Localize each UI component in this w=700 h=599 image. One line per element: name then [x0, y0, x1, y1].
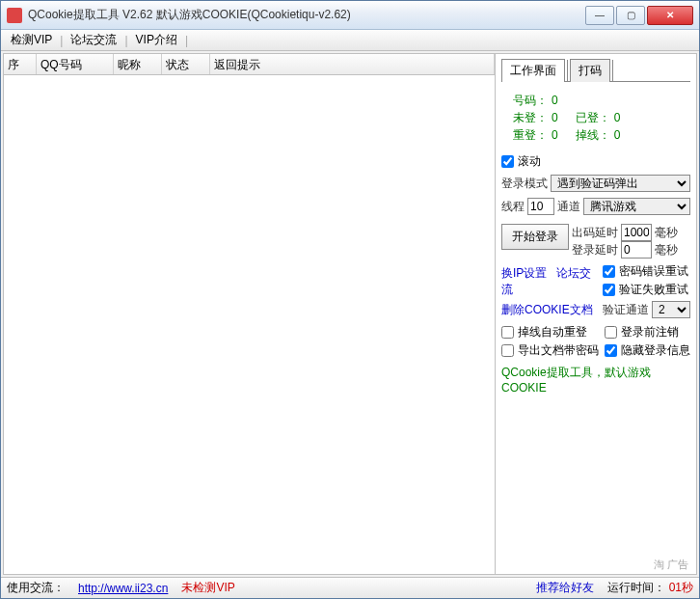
table-area: 序 QQ号码 昵称 状态 返回提示	[4, 54, 496, 574]
thread-channel-row: 线程 通道 腾讯游戏	[501, 198, 690, 215]
runtime-value: 01秒	[669, 581, 693, 594]
out-delay-label: 出码延时	[572, 225, 618, 241]
col-nick[interactable]: 昵称	[114, 54, 162, 74]
thread-input[interactable]	[527, 198, 554, 215]
login-delay-input[interactable]	[621, 241, 652, 259]
login-mode-select[interactable]: 遇到验证码弹出	[551, 175, 690, 192]
scroll-checkbox-row: 滚动	[501, 153, 690, 170]
tab-work[interactable]: 工作界面	[501, 59, 565, 82]
status-use-label: 使用交流：	[7, 580, 65, 596]
stat-yideng-label: 已登：	[576, 109, 614, 126]
verify-retry-checkbox[interactable]	[603, 284, 615, 296]
stat-yideng-value: 0	[614, 109, 621, 126]
status-runtime: 运行时间：01秒	[607, 580, 693, 596]
menubar: 检测VIP | 论坛交流 | VIP介绍 |	[1, 30, 699, 51]
app-icon	[7, 8, 22, 23]
links-row: 换IP设置 论坛交流	[501, 265, 599, 298]
pwd-retry-checkbox[interactable]	[603, 265, 615, 278]
statusbar: 使用交流： http://www.ii23.cn 未检测VIP 推荐给好友 运行…	[1, 577, 699, 598]
status-url[interactable]: http://www.ii23.cn	[78, 582, 168, 595]
login-mode-label: 登录模式	[501, 176, 548, 192]
stat-chongdeng-value: 0	[552, 126, 558, 144]
hide-login-checkbox[interactable]	[605, 344, 617, 357]
stat-diaoxian-label: 掉线：	[576, 126, 614, 144]
channel-select[interactable]: 腾讯游戏	[583, 198, 690, 215]
col-qq[interactable]: QQ号码	[37, 54, 114, 74]
tab-separator	[612, 60, 613, 81]
menu-detect-vip[interactable]: 检测VIP	[5, 30, 58, 50]
col-seq[interactable]: 序	[4, 54, 37, 74]
menu-vip-intro[interactable]: VIP介绍	[130, 30, 183, 50]
window-title: QCookie提取工具 V2.62 默认游戏COOKIE(QCookietiqu…	[28, 7, 585, 23]
stats-block: 号码： 0 未登： 0 已登： 0 重登： 0 掉线： 0	[501, 90, 690, 151]
link-change-ip[interactable]: 换IP设置	[501, 266, 547, 280]
tabs: 工作界面 打码	[501, 58, 690, 82]
maximize-button[interactable]: ▢	[616, 6, 645, 25]
verify-retry-label: 验证失败重试	[619, 282, 688, 298]
ms-label: 毫秒	[655, 242, 678, 259]
verify-channel-select[interactable]: 2	[652, 301, 690, 318]
scroll-checkbox[interactable]	[501, 155, 514, 168]
thread-label: 线程	[501, 199, 525, 215]
side-panel: 工作界面 打码 号码： 0 未登： 0 已登： 0 重登： 0	[496, 54, 696, 574]
menu-separator: |	[185, 34, 188, 47]
menu-separator: |	[124, 34, 127, 47]
drop-relogin-label: 掉线自动重登	[518, 324, 587, 340]
minimize-button[interactable]: —	[585, 6, 614, 25]
start-delay-row: 开始登录 出码延时 毫秒 登录延时 毫秒	[501, 224, 690, 259]
status-vip: 未检测VIP	[181, 580, 234, 596]
col-status[interactable]: 状态	[162, 54, 210, 74]
green-note: QCookie提取工具，默认游戏COOKIE	[501, 365, 690, 395]
export-pwd-label: 导出文档带密码	[518, 342, 599, 359]
logout-first-label: 登录前注销	[621, 324, 679, 340]
out-delay-input[interactable]	[621, 224, 652, 241]
export-pwd-checkbox[interactable]	[501, 344, 514, 357]
stat-chongdeng-label: 重登：	[513, 126, 552, 144]
pwd-retry-label: 密码错误重试	[619, 263, 688, 280]
close-button[interactable]: ✕	[647, 6, 693, 25]
table-header: 序 QQ号码 昵称 状态 返回提示	[4, 54, 495, 75]
link-delete-cookie[interactable]: 删除COOKIE文档	[501, 302, 599, 318]
logout-first-checkbox[interactable]	[605, 326, 617, 339]
stat-weideng-label: 未登：	[513, 109, 552, 126]
ms-label: 毫秒	[655, 225, 678, 241]
drop-relogin-checkbox[interactable]	[501, 326, 514, 339]
runtime-label: 运行时间：	[607, 581, 665, 594]
verify-channel-label: 验证通道	[603, 302, 649, 318]
hide-login-label: 隐藏登录信息	[621, 342, 690, 359]
start-login-button[interactable]: 开始登录	[501, 224, 569, 250]
stat-haoma-label: 号码：	[513, 92, 552, 109]
stat-haoma-value: 0	[552, 92, 558, 109]
menu-forum[interactable]: 论坛交流	[65, 30, 122, 50]
stat-weideng-value: 0	[552, 109, 558, 126]
scroll-label: 滚动	[518, 153, 541, 170]
menu-separator: |	[60, 34, 63, 47]
ad-label: 淘 广告	[654, 558, 688, 572]
table-body	[4, 75, 495, 574]
channel-label: 通道	[557, 199, 580, 215]
col-msg[interactable]: 返回提示	[210, 54, 495, 74]
stat-diaoxian-value: 0	[614, 126, 621, 144]
window-controls: — ▢ ✕	[585, 6, 693, 25]
content-area: 序 QQ号码 昵称 状态 返回提示 工作界面 打码 号码： 0	[3, 53, 697, 575]
status-recommend[interactable]: 推荐给好友	[536, 580, 594, 596]
tab-code[interactable]: 打码	[570, 59, 610, 82]
tab-separator	[567, 60, 568, 81]
login-mode-row: 登录模式 遇到验证码弹出	[501, 175, 690, 192]
main-window: QCookie提取工具 V2.62 默认游戏COOKIE(QCookietiqu…	[0, 0, 700, 599]
titlebar: QCookie提取工具 V2.62 默认游戏COOKIE(QCookietiqu…	[1, 1, 699, 30]
login-delay-label: 登录延时	[572, 242, 618, 259]
